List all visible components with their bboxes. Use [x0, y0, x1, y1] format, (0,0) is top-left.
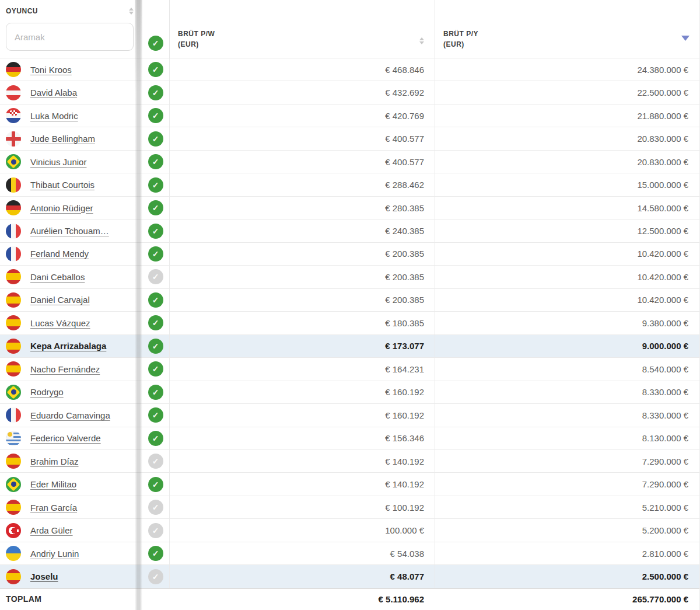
py-value: 8.330.000 € — [435, 381, 700, 403]
sort-updown-icon[interactable] — [419, 37, 424, 44]
check-cell — [142, 427, 169, 449]
check-icon — [148, 523, 163, 538]
flag-icon — [6, 131, 21, 147]
player-name-link[interactable]: Kepa Arrizabalaga — [30, 341, 106, 351]
pw-value: € 100.192 — [169, 496, 435, 518]
player-name-link[interactable]: Toni Kroos — [30, 65, 72, 75]
player-cell: Antonio Rüdiger — [0, 197, 142, 219]
pw-value: € 240.385 — [169, 219, 435, 242]
player-name-link[interactable]: Daniel Carvajal — [30, 295, 90, 305]
table-row: Brahim Díaz € 140.192 7.290.000 € — [0, 450, 699, 473]
flag-icon — [6, 385, 21, 400]
table-row: Eduardo Camavinga € 160.192 8.330.000 € — [0, 404, 699, 427]
check-cell — [142, 104, 169, 127]
flag-icon — [6, 62, 21, 77]
check-icon — [148, 361, 163, 377]
check-cell — [142, 81, 169, 103]
player-name-link[interactable]: Federico Valverde — [30, 433, 101, 443]
table-header: OYUNCU BRÜT P/W (EUR) BRÜT P/Y (EUR) — [0, 0, 699, 58]
salary-table: OYUNCU BRÜT P/W (EUR) BRÜT P/Y (EUR) — [0, 0, 700, 610]
py-value: 21.880.000 € — [435, 104, 700, 127]
py-value: 2.500.000 € — [435, 565, 700, 587]
table-body: Toni Kroos € 468.846 24.380.000 € David … — [0, 58, 699, 588]
check-cell — [142, 289, 169, 311]
py-value: 22.500.000 € — [435, 81, 700, 103]
pw-column-header[interactable]: BRÜT P/W (EUR) — [169, 0, 435, 58]
search-input[interactable] — [6, 23, 134, 51]
py-value: 14.580.000 € — [435, 197, 700, 219]
table-row: Vinicius Junior € 400.577 20.830.000 € — [0, 151, 699, 173]
flag-icon — [6, 569, 21, 584]
check-icon — [148, 131, 163, 147]
py-value: 7.290.000 € — [435, 473, 700, 495]
check-icon — [148, 500, 163, 515]
pw-value: € 140.192 — [169, 473, 435, 495]
check-cell — [142, 173, 169, 196]
player-name-link[interactable]: Dani Ceballos — [30, 272, 85, 282]
flag-icon — [6, 200, 21, 215]
py-value: 20.830.000 € — [435, 151, 700, 173]
flag-icon — [6, 523, 21, 538]
player-name-link[interactable]: Arda Güler — [30, 525, 73, 535]
check-cell — [142, 197, 169, 219]
player-cell: Eder Militao — [0, 473, 142, 495]
player-cell: Brahim Díaz — [0, 450, 142, 472]
player-name-link[interactable]: Nacho Fernández — [30, 364, 100, 374]
player-cell: Nacho Fernández — [0, 358, 142, 380]
pw-value: € 280.385 — [169, 197, 435, 219]
player-name-link[interactable]: David Alaba — [30, 88, 77, 97]
player-column-header: OYUNCU — [0, 0, 142, 58]
player-name-link[interactable]: Ferland Mendy — [30, 249, 89, 259]
pw-value: € 156.346 — [169, 427, 435, 449]
flag-icon — [6, 85, 21, 100]
check-icon — [148, 224, 163, 239]
player-name-link[interactable]: Brahim Díaz — [30, 456, 79, 466]
player-name-link[interactable]: Antonio Rüdiger — [30, 203, 93, 213]
py-value: 20.830.000 € — [435, 127, 700, 149]
table-row: Joselu € 48.077 2.500.000 € — [0, 565, 699, 588]
player-name-link[interactable]: Jude Bellingham — [30, 134, 95, 144]
pw-value: € 400.577 — [169, 127, 435, 149]
pw-value: € 140.192 — [169, 450, 435, 472]
player-name-link[interactable]: Thibaut Courtois — [30, 180, 94, 190]
table-row: Kepa Arrizabalaga € 173.077 9.000.000 € — [0, 335, 699, 358]
table-row: Thibaut Courtois € 288.462 15.000.000 € — [0, 173, 699, 196]
player-column-title: OYUNCU — [6, 6, 38, 17]
flag-icon — [6, 292, 21, 308]
pw-value: € 468.846 — [169, 58, 435, 81]
filter-sorted-desc-icon[interactable] — [681, 36, 690, 41]
player-name-link[interactable]: Vinicius Junior — [30, 157, 86, 167]
py-value: 9.380.000 € — [435, 312, 700, 334]
player-name-link[interactable]: Andriy Lunin — [30, 549, 79, 559]
player-name-link[interactable]: Luka Modric — [30, 111, 78, 121]
check-cell — [142, 565, 169, 587]
pw-value: € 160.192 — [169, 381, 435, 403]
check-circle-icon — [148, 36, 163, 51]
table-row: David Alaba € 432.692 22.500.000 € — [0, 81, 699, 104]
table-row: Eder Militao € 140.192 7.290.000 € — [0, 473, 699, 496]
py-column-header[interactable]: BRÜT P/Y (EUR) — [435, 0, 700, 58]
player-name-link[interactable]: Aurélien Tchouam… — [30, 226, 109, 236]
check-icon — [148, 315, 163, 330]
player-cell: Joselu — [0, 565, 142, 587]
pw-value: € 173.077 — [169, 335, 435, 357]
player-name-link[interactable]: Eduardo Camavinga — [30, 410, 110, 420]
check-cell — [142, 127, 169, 149]
check-icon — [148, 385, 163, 400]
player-name-link[interactable]: Fran García — [30, 503, 77, 513]
py-value: 8.540.000 € — [435, 358, 700, 380]
pw-value: € 432.692 — [169, 81, 435, 103]
table-row: Dani Ceballos € 200.385 10.420.000 € — [0, 266, 699, 288]
player-name-link[interactable]: Joselu — [30, 571, 58, 581]
table-row: Andriy Lunin € 54.038 2.810.000 € — [0, 542, 699, 565]
sort-updown-icon[interactable] — [129, 8, 134, 15]
player-cell: Ferland Mendy — [0, 243, 142, 265]
table-row: Aurélien Tchouam… € 240.385 12.500.000 € — [0, 219, 699, 242]
player-name-link[interactable]: Rodrygo — [30, 387, 64, 397]
player-name-link[interactable]: Eder Militao — [30, 479, 76, 489]
check-cell — [142, 219, 169, 242]
check-icon — [148, 292, 163, 308]
pw-column-title: BRÜT P/W — [178, 29, 215, 40]
player-name-link[interactable]: Lucas Vázquez — [30, 318, 90, 328]
flag-icon — [6, 407, 21, 423]
